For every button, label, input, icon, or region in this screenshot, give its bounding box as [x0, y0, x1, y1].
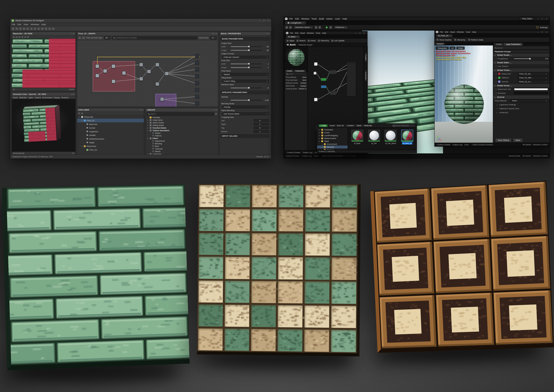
- console-field[interactable]: [471, 143, 494, 146]
- graph-node[interactable]: [314, 62, 318, 66]
- browse-icon[interactable]: [289, 26, 292, 29]
- graph-node[interactable]: [321, 78, 326, 81]
- close-panel-icon[interactable]: [73, 93, 74, 96]
- parameter-row[interactable]: MREAO Floor_01_MR... Floor_01_MR...: [493, 76, 550, 80]
- menu-item[interactable]: Window: [457, 31, 464, 33]
- statusbar-item[interactable]: Output Log: [303, 151, 312, 154]
- slider-knob[interactable]: [248, 99, 250, 101]
- float-panel-icon[interactable]: [71, 93, 72, 96]
- menu-item[interactable]: Edit: [445, 31, 448, 33]
- menu-item[interactable]: Environment: [42, 97, 52, 99]
- menu-item[interactable]: Tools: [316, 32, 320, 34]
- graph-node[interactable]: [195, 95, 199, 99]
- statusbar-item[interactable]: Revision Control: [533, 155, 547, 157]
- undo-icon[interactable]: [23, 27, 25, 30]
- menu-item[interactable]: Help: [472, 31, 476, 33]
- toolbar-button[interactable]: Hierarchy: [318, 39, 329, 42]
- float-panel-icon[interactable]: [214, 108, 215, 112]
- close-button[interactable]: [266, 19, 270, 22]
- tree-row[interactable]: Texture Generators: [145, 129, 218, 132]
- menu-item[interactable]: Edit: [295, 32, 298, 34]
- menu-item[interactable]: Help: [342, 18, 347, 20]
- tree-row[interactable]: Atomic Nodes: [145, 121, 218, 124]
- tree-row[interactable]: Channels: [145, 147, 218, 150]
- statusbar-item[interactable]: All Saved: [522, 155, 531, 157]
- minimize-button[interactable]: [258, 19, 262, 22]
- asset-tile[interactable]: M_Floor_01: [400, 130, 415, 145]
- view-options-icon[interactable]: [215, 113, 217, 115]
- property-control[interactable]: Overlay: [222, 106, 269, 108]
- asset-search[interactable]: [392, 124, 415, 127]
- property-control[interactable]: Square: [222, 73, 269, 76]
- docked-tab[interactable]: Substrate: [364, 70, 367, 82]
- parameter-row[interactable]: Roughness 0.5 0.5: [493, 57, 550, 61]
- graph-node[interactable]: [314, 98, 318, 101]
- toolbar-button[interactable]: Hierarchy: [454, 39, 465, 41]
- folder-row[interactable]: Taksil: [317, 140, 348, 143]
- minimize-button[interactable]: [536, 31, 540, 33]
- parameter-row[interactable]: Emissive: [493, 91, 550, 95]
- slider-knob[interactable]: [248, 63, 250, 65]
- parameter-search-input[interactable]: [497, 47, 548, 49]
- view2d-header[interactable]: Basecolor - 2D VIEW: [12, 32, 75, 36]
- tree-row[interactable]: Blending: [145, 142, 218, 145]
- toolbar-button[interactable]: Home: [308, 39, 316, 42]
- info-icon[interactable]: [13, 89, 15, 90]
- property-control[interactable]: X and Y tiling: [222, 80, 269, 83]
- settings-dropdown[interactable]: Settings: [536, 26, 548, 29]
- parameter-slider[interactable]: [514, 58, 542, 59]
- parameter-row[interactable]: Phys Material None None: [493, 99, 550, 103]
- parameter-dropdown[interactable]: Floor_01_no...: [518, 80, 548, 83]
- graph-node[interactable]: [112, 79, 115, 83]
- asset-thumbnail[interactable]: [401, 130, 413, 142]
- close-panel-icon[interactable]: [142, 108, 143, 112]
- breadcrumb-item[interactable]: Materials: [361, 124, 372, 127]
- parameter-row[interactable]: BaseColor Floor_01_ba... Floor_01_ba...: [493, 72, 550, 76]
- menu-item[interactable]: Display: [54, 97, 60, 99]
- toolbar-button[interactable]: Platform Stats: [468, 39, 483, 41]
- graph-node[interactable]: [155, 82, 159, 86]
- graph-node[interactable]: [155, 63, 159, 67]
- folder-row[interactable]: Characters: [317, 128, 348, 131]
- parameter-row[interactable]: Advanced: [493, 111, 550, 114]
- menu-item[interactable]: Help: [42, 23, 46, 26]
- close-button[interactable]: [362, 32, 366, 34]
- tab-layer-parameters[interactable]: Layer Parameters: [504, 43, 523, 46]
- detail-row[interactable]: Phys Material None: [285, 76, 307, 79]
- add-button[interactable]: + Add: [319, 124, 328, 127]
- texture-thumbnail[interactable]: [498, 76, 501, 79]
- graph-node[interactable]: [330, 70, 336, 74]
- parameter-row[interactable]: Global Texture P...: [493, 68, 550, 72]
- graph-node[interactable]: [122, 71, 126, 75]
- menu-item[interactable]: Materials: [19, 97, 27, 99]
- graph-node[interactable]: [321, 85, 326, 88]
- export-icon[interactable]: [45, 27, 47, 30]
- close-panel-icon[interactable]: [268, 32, 269, 35]
- menu-item[interactable]: Tools: [465, 31, 470, 33]
- console-input[interactable]: [320, 154, 357, 157]
- panel-menu-icon[interactable]: [212, 32, 213, 35]
- toolbar-button[interactable]: Show Inactive: [436, 39, 452, 41]
- asset-tile[interactable]: M_Basic: [350, 130, 365, 145]
- close-panel-icon[interactable]: [73, 32, 74, 35]
- menu-item[interactable]: Tools: [24, 23, 28, 26]
- mip-icon[interactable]: [16, 36, 18, 38]
- close-tab-icon[interactable]: ×: [297, 36, 298, 38]
- tree-row[interactable]: Adjustments: [145, 140, 218, 142]
- save-sibling-button[interactable]: Save Sibling: [495, 138, 511, 142]
- help-icon[interactable]: [52, 27, 55, 30]
- menu-item[interactable]: Asset: [300, 32, 305, 34]
- asset-tile[interactable]: M_Flat_World: [383, 130, 398, 145]
- filter-icon[interactable]: [78, 112, 80, 114]
- parameter-row[interactable]: Global Static Swi...: [493, 61, 550, 64]
- parameter-row[interactable]: Lightmass Settings: [493, 103, 550, 107]
- tab-m-basic[interactable]: M_Basic×: [286, 35, 300, 38]
- statusbar-item[interactable]: Cmd: [314, 155, 318, 157]
- statusbar-item[interactable]: Revision Control: [533, 143, 547, 146]
- details-search-input[interactable]: [289, 73, 306, 75]
- menu-item[interactable]: Actor: [335, 18, 340, 20]
- menu-item[interactable]: Renderer: [61, 97, 69, 99]
- play-button[interactable]: [326, 26, 328, 29]
- new-icon[interactable]: [12, 27, 14, 30]
- parameter-dropdown[interactable]: Floor_01_MR...: [518, 76, 548, 79]
